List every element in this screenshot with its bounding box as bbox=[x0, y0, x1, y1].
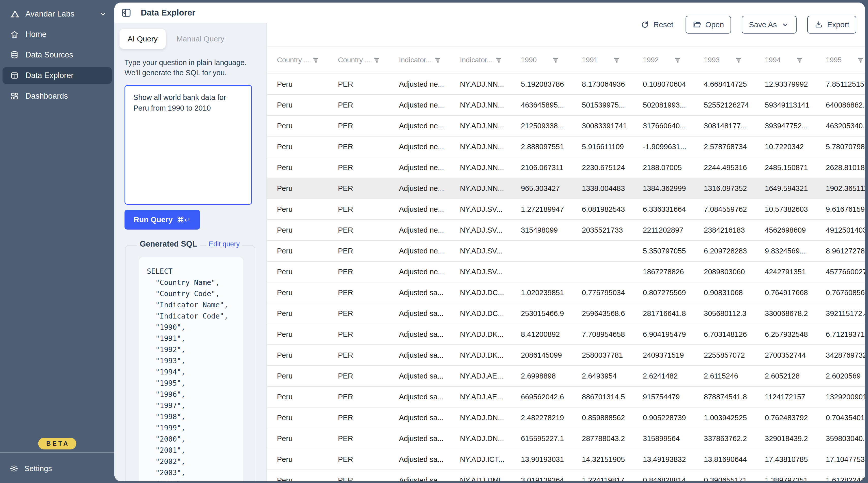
table-cell: 2035521733 bbox=[572, 226, 633, 234]
table-row[interactable]: PeruPERAdjusted sa...NY.ADJ.DK...8.41200… bbox=[267, 324, 865, 345]
question-input[interactable]: Show all world bank data for Peru from 1… bbox=[125, 85, 252, 205]
export-button[interactable]: Export bbox=[807, 16, 856, 34]
filter-icon[interactable] bbox=[614, 58, 619, 63]
filter-icon[interactable] bbox=[313, 58, 318, 63]
table-cell: NY.ADJ.SV... bbox=[450, 247, 511, 255]
table-row[interactable]: PeruPERAdjusted sa...NY.ADJ.DN...6155952… bbox=[267, 428, 865, 449]
avandar-logo-icon bbox=[10, 9, 20, 19]
table-cell: Peru bbox=[267, 330, 328, 339]
table-row[interactable]: PeruPERAdjusted ne...NY.ADJ.NN...2125093… bbox=[267, 116, 865, 137]
column-header-1994[interactable]: 1994 bbox=[755, 56, 816, 64]
main-card: Data Explorer AI QueryManual Query Type … bbox=[114, 3, 865, 481]
column-header-indicator[interactable]: Indicator... bbox=[389, 56, 450, 64]
run-query-button[interactable]: Run Query ⌘↵ bbox=[125, 210, 200, 230]
column-header-1991[interactable]: 1991 bbox=[572, 56, 633, 64]
table-cell: Adjusted ne... bbox=[389, 80, 450, 88]
column-header-country[interactable]: Country ... bbox=[267, 56, 328, 64]
table-cell: PER bbox=[328, 351, 389, 359]
table-cell: Peru bbox=[267, 372, 328, 380]
table-cell: Peru bbox=[267, 414, 328, 422]
sidebar-item-data-sources[interactable]: Data Sources bbox=[3, 47, 112, 63]
table-row[interactable]: PeruPERAdjusted ne...NY.ADJ.SV...5.35079… bbox=[267, 241, 865, 262]
table-cell: 2106.067311 bbox=[511, 163, 572, 172]
column-header-1992[interactable]: 1992 bbox=[633, 56, 694, 64]
filter-icon[interactable] bbox=[797, 58, 802, 63]
table-row[interactable]: PeruPERAdjusted sa...NY.ADJ.AE...6695620… bbox=[267, 387, 865, 407]
table-cell: 0.762483792 bbox=[755, 414, 816, 422]
table-cell: 6.703148126 bbox=[694, 330, 755, 339]
table-cell: 878874541.8 bbox=[694, 393, 755, 401]
table-cell: Peru bbox=[267, 122, 328, 130]
table-cell: Adjusted ne... bbox=[389, 101, 450, 109]
edit-query-link[interactable]: Edit query bbox=[206, 240, 242, 248]
save-as-button[interactable]: Save As bbox=[742, 16, 797, 34]
tab-manual-query[interactable]: Manual Query bbox=[168, 29, 232, 49]
table-cell: Adjusted sa... bbox=[389, 434, 450, 443]
table-row[interactable]: PeruPERAdjusted sa...NY.ADJ.DN...2.48227… bbox=[267, 407, 865, 428]
column-header-indicator[interactable]: Indicator... bbox=[450, 56, 511, 64]
table-cell: PER bbox=[328, 247, 389, 255]
filter-icon[interactable] bbox=[435, 58, 440, 63]
table-cell: 10.57382603 bbox=[755, 205, 816, 214]
table-row[interactable]: PeruPERAdjusted sa...NY.ADJ.DMI...3.0191… bbox=[267, 470, 865, 481]
column-header-label: 1991 bbox=[582, 56, 598, 64]
table-row[interactable]: PeruPERAdjusted sa...NY.ADJ.DC...1.02023… bbox=[267, 282, 865, 303]
sidebar-item-home[interactable]: Home bbox=[3, 26, 112, 43]
open-button[interactable]: Open bbox=[686, 16, 731, 34]
sidebar-item-dashboards[interactable]: Dashboards bbox=[3, 88, 112, 104]
column-header-label: Country ... bbox=[338, 56, 371, 64]
results-panel: Reset Open Save As bbox=[267, 3, 865, 481]
table-cell: PER bbox=[328, 101, 389, 109]
column-header-1995[interactable]: 1995 bbox=[816, 56, 865, 64]
filter-icon[interactable] bbox=[496, 58, 501, 63]
filter-icon[interactable] bbox=[736, 58, 741, 63]
table-row[interactable]: PeruPERAdjusted ne...NY.ADJ.NN...2.88809… bbox=[267, 137, 865, 157]
table-cell: 392115172.4 bbox=[816, 309, 865, 318]
tab-ai-query[interactable]: AI Query bbox=[119, 29, 166, 49]
table-cell: 1329200901 bbox=[816, 393, 865, 401]
panel-left-toggle-icon[interactable] bbox=[121, 7, 132, 18]
table-cell: 10.7220342 bbox=[755, 143, 816, 151]
column-header-1990[interactable]: 1990 bbox=[511, 56, 572, 64]
table-cell: Adjusted ne... bbox=[389, 143, 450, 151]
table-cell: Adjusted ne... bbox=[389, 184, 450, 193]
filter-icon[interactable] bbox=[675, 58, 680, 63]
table-cell: 253015466.9 bbox=[511, 309, 572, 318]
table-cell: 17.10477532 bbox=[816, 455, 865, 464]
sidebar-item-settings[interactable]: Settings bbox=[10, 461, 52, 476]
table-cell: 212509338... bbox=[511, 122, 572, 130]
filter-icon[interactable] bbox=[858, 58, 863, 63]
workspace-switcher[interactable]: Avandar Labs bbox=[0, 0, 114, 21]
table-cell: -1.9099631... bbox=[633, 143, 694, 151]
table-cell: 0.846828814 bbox=[633, 476, 694, 481]
table-row[interactable]: PeruPERAdjusted ne...NY.ADJ.SV...1.27218… bbox=[267, 199, 865, 220]
table-row[interactable]: PeruPERAdjusted ne...NY.ADJ.NN...4636458… bbox=[267, 95, 865, 116]
table-cell: 0.764917668 bbox=[755, 289, 816, 297]
save-as-label: Save As bbox=[749, 20, 777, 29]
table-cell: 6.712193719 bbox=[816, 330, 865, 339]
table-cell: PER bbox=[328, 143, 389, 151]
filter-icon[interactable] bbox=[374, 58, 379, 63]
table-row[interactable]: PeruPERAdjusted ne...NY.ADJ.NN...5.19208… bbox=[267, 74, 865, 95]
column-header-1993[interactable]: 1993 bbox=[694, 56, 755, 64]
table-cell: 5.350797055 bbox=[633, 247, 694, 255]
table-row[interactable]: PeruPERAdjusted ne...NY.ADJ.NN...2106.06… bbox=[267, 157, 865, 178]
reset-button[interactable]: Reset bbox=[639, 16, 675, 34]
table-cell: 2.578768734 bbox=[694, 143, 755, 151]
sidebar-item-data-explorer[interactable]: Data Explorer bbox=[3, 67, 112, 84]
table-row[interactable]: PeruPERAdjusted sa...NY.ADJ.AE...2.69988… bbox=[267, 366, 865, 387]
table-row[interactable]: PeruPERAdjusted ne...NY.ADJ.NN...965.303… bbox=[267, 178, 865, 199]
folder-open-icon bbox=[693, 20, 701, 29]
column-header-country[interactable]: Country ... bbox=[328, 56, 389, 64]
beta-badge: BETA bbox=[38, 438, 76, 449]
table-row[interactable]: PeruPERAdjusted ne...NY.ADJ.SV...3154980… bbox=[267, 220, 865, 241]
table-cell: PER bbox=[328, 184, 389, 193]
column-header-label: Indicator... bbox=[460, 56, 493, 64]
table-row[interactable]: PeruPERAdjusted sa...NY.ADJ.DC...2530154… bbox=[267, 303, 865, 324]
table-row[interactable]: PeruPERAdjusted sa...NY.ADJ.DK...2086145… bbox=[267, 345, 865, 366]
filter-icon[interactable] bbox=[553, 58, 558, 63]
table-cell: Adjusted sa... bbox=[389, 309, 450, 318]
table-cell: PER bbox=[328, 372, 389, 380]
table-row[interactable]: PeruPERAdjusted sa...NY.ADJ.ICT...13.901… bbox=[267, 449, 865, 470]
table-row[interactable]: PeruPERAdjusted ne...NY.ADJ.SV...1867278… bbox=[267, 262, 865, 282]
